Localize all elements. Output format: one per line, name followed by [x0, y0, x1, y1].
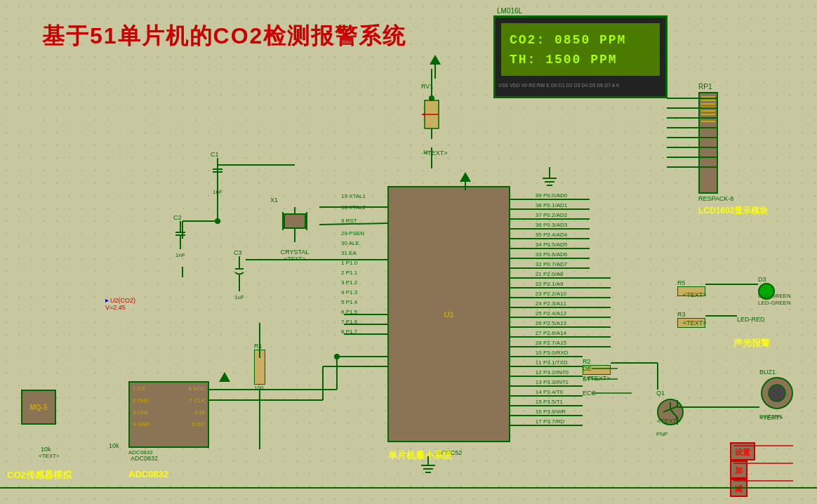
btn-set[interactable]: 设置: [730, 442, 755, 460]
btn-up-label: 加: [735, 466, 743, 475]
c2-component: C2 1nF: [173, 214, 187, 258]
q1-component: Q1 PNP: [656, 390, 684, 437]
rp1-label: RP1: [698, 83, 768, 91]
probe-value: V=2.45: [105, 304, 135, 311]
svg-point-91: [334, 354, 340, 359]
crystal-text: <TEXT>: [270, 256, 319, 262]
c1-symbol: [211, 158, 225, 186]
crystal-id: X1: [270, 197, 319, 204]
lcd-line1: CO2: 0850 PPM: [510, 33, 651, 47]
lcd-component-id: LCD1: [497, 0, 517, 1]
btn-set-label: 设置: [735, 448, 750, 456]
adc-left-pins: 1 CS 2 CH0 3 CH1 4 GND: [133, 385, 150, 427]
ground-1: [543, 167, 557, 186]
c2-symbol: [173, 221, 187, 249]
rv1-text: <TEXT>: [424, 150, 448, 157]
rv1-symbol: [421, 90, 442, 146]
mcu-left-pins: 19 XTAL1 18 XTAL2 9 RST 29 PSEN 30 ALE 3…: [341, 191, 366, 337]
rp1-component: RP1 RESPACK-8 LCD1602显示模块: [698, 83, 768, 217]
page-title: 基于51单片机的CO2检测报警系统: [42, 21, 406, 52]
ecc-label: ECC: [583, 390, 596, 397]
power-vcc-3: [219, 372, 230, 382]
r5-text: <TEXT>: [683, 291, 707, 298]
lcd-pins: VSS VDD V0 RS RW E D0 D1 D2 D3 D4 D5 D6 …: [496, 81, 665, 89]
lcd-type: LM016L: [497, 7, 522, 15]
btn-down-label: 减: [735, 484, 743, 493]
rv1-component: RV1 .1k: [421, 83, 442, 155]
crystal-component: X1 CRYSTAL <TEXT>: [270, 197, 319, 262]
co2-section-label: CO2传感器模拟: [7, 469, 72, 482]
rp1-pins: [700, 93, 717, 125]
buz1-symbol: [759, 376, 795, 411]
mcu-right-pins: 39 P0.0/AD0 38 P0.1/AD1 37 P0.2/AD2 36 P…: [536, 191, 569, 427]
adc-pin-row: 1 CS 2 CH0 3 CH1 4 GND 8 VCC 7 CLK 6 DI …: [130, 383, 208, 430]
r1-component: R1 100: [254, 343, 265, 391]
mcu-chip: 19 XTAL1 18 XTAL2 9 RST 29 PSEN 30 ALE 3…: [387, 186, 510, 442]
power-vcc-2: [460, 172, 471, 190]
r1-symbol: [254, 350, 265, 385]
lcd-module-label: LCD1602显示模块: [698, 205, 768, 217]
buz-text: <TEXT>: [759, 414, 783, 421]
adc-label-outer: ADC0832: [128, 449, 153, 456]
alarm-section-label: 声光报警: [733, 337, 770, 350]
buz1-component: BUZ1 BUZZER: [759, 369, 795, 420]
adc-right-pins: 8 VCC 7 CLK 6 DI 5 DO: [188, 385, 205, 427]
btn-down[interactable]: 减: [730, 479, 748, 497]
r2-text: <TEXT>: [587, 375, 611, 382]
btn-up[interactable]: 加: [730, 460, 748, 479]
c1-component: C1 1nF: [211, 151, 225, 195]
q1-text: <TEXT>: [657, 418, 681, 425]
adc-type-label: ADC0832: [131, 455, 158, 462]
probe-label: U2(CO2): [110, 297, 135, 304]
mcu-section-label: 单片机最小系统: [388, 449, 452, 462]
svg-marker-20: [421, 113, 425, 116]
rp1-body: [698, 92, 718, 194]
svg-point-90: [215, 218, 220, 224]
rp1-type: RESPACK-8: [698, 195, 768, 202]
oe-label: OE: [583, 365, 592, 372]
svg-rect-1: [284, 214, 305, 228]
lcd-screen: CO2: 0850 PPM TH: 1500 PPM: [501, 23, 660, 76]
adc-chip: 1 CS 2 CH0 3 CH1 4 GND 8 VCC 7 CLK 6 DI …: [128, 381, 209, 448]
r-10k-text: <TEXT>: [39, 453, 60, 459]
led-g-text: LED-GREEN: [758, 293, 791, 299]
crystal-symbol: [270, 204, 319, 246]
lcd-line2: TH: 1500 PPM: [510, 53, 651, 67]
c3-component: C3 1uF: [234, 249, 245, 300]
svg-point-22: [769, 385, 785, 402]
mq5-sensor: MQ-5: [21, 390, 56, 425]
adc-section-label: ADC0832: [128, 469, 168, 479]
led-red-label: LED-RED: [737, 316, 765, 323]
power-vcc-1: [430, 55, 441, 79]
r3-text: <TEXT>: [683, 319, 707, 326]
voltage-probe: ▸ U2(CO2) V=2.45: [105, 296, 135, 311]
r-10k-label: 10k: [41, 446, 51, 453]
r-10k-2: 10k: [109, 442, 119, 449]
d3-component: D3 LED-GREEN: [758, 276, 791, 306]
mcu-chip-label: U1: [444, 310, 453, 319]
lcd-border: CO2: 0850 PPM TH: 1500 PPM VSS VDD V0 RS…: [493, 15, 667, 98]
lcd-module: LCD1 LM016L CO2: 0850 PPM TH: 1500 PPM V…: [493, 6, 667, 98]
c3-symbol: [234, 256, 245, 291]
crystal-type: CRYSTAL: [270, 248, 319, 256]
ground-2: [421, 456, 435, 473]
